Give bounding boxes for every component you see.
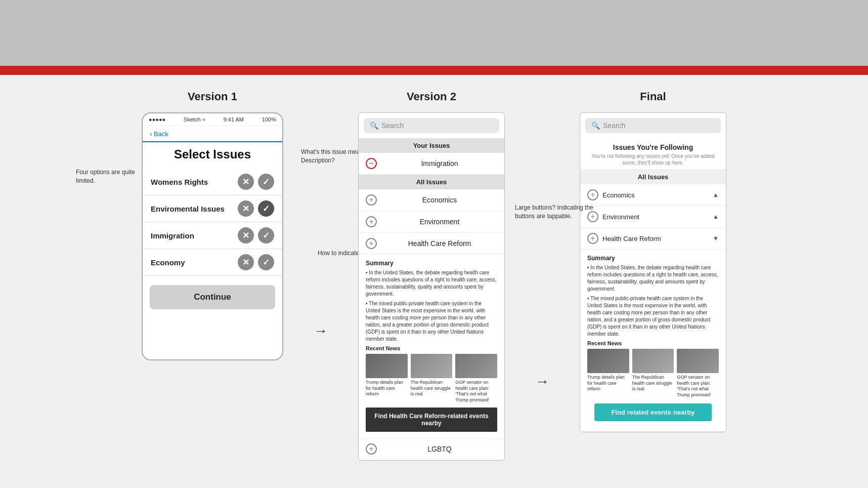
v2-summary-text2: • The mixed public-private health care s… — [366, 300, 497, 343]
cross-button-immigration[interactable]: ✕ — [238, 227, 254, 243]
phone-time: 9:41 AM — [224, 116, 244, 123]
annotation-right-bottom: How to indicate — [318, 249, 359, 258]
issue-row-environmental: Enviromental Issues ✕ ✓ — [143, 195, 282, 222]
final-label: Final — [640, 90, 666, 103]
v2-app-screen: 🔍 Search Your Issues − Immigration All I… — [358, 112, 505, 461]
v2-search-placeholder: Search — [381, 121, 404, 130]
final-summary-text1: • In the United States, the debate regar… — [587, 264, 719, 293]
final-economics-label: Economics — [602, 191, 709, 199]
lgbtq-label: LGBTQ — [382, 445, 497, 453]
v2-summary-title: Summary — [366, 260, 497, 267]
final-section: Final 🔍 Search Issues You're Following Y… — [580, 90, 726, 432]
arrow-v1-v2: → — [314, 323, 328, 339]
v2-news-thumb-1 — [366, 354, 408, 378]
v2-your-issues-header: Your Issues — [359, 138, 504, 153]
cross-button-economy[interactable]: ✕ — [238, 254, 254, 270]
check-button-economy[interactable]: ✓ — [258, 254, 274, 270]
plus-icon-lgbtq[interactable]: + — [366, 443, 377, 455]
final-economics-item[interactable]: + Economics ▲ — [580, 184, 726, 206]
final-your-issues-title: Issues You're Following — [587, 143, 719, 151]
version2-section: Version 2 Large buttons? Indicating the … — [358, 90, 505, 461]
top-bar — [0, 0, 868, 66]
final-recent-news-title: Recent News — [587, 340, 719, 346]
v2-economics-item[interactable]: + Economics — [359, 189, 504, 211]
final-your-issues: Issues You're Following You're not follo… — [580, 138, 726, 170]
check-button-immigration[interactable]: ✓ — [258, 227, 274, 243]
v2-news-item-2[interactable]: The Republican health care struggle is r… — [411, 354, 453, 403]
final-your-issues-subtitle: You're not following any issues yet! Onc… — [587, 153, 719, 166]
v2-news-caption-3: GOP senator on health care plan: 'That's… — [455, 380, 497, 403]
v2-all-issues-header: All Issues — [359, 175, 504, 189]
cross-button-environmental[interactable]: ✕ — [238, 200, 254, 217]
final-healthcare-label: Health Care Reform — [602, 235, 709, 242]
final-news-caption-1: Trump details plan for health care refor… — [587, 375, 629, 392]
final-cta-button[interactable]: Find related events nearby — [594, 403, 712, 421]
v2-news-thumb-3 — [455, 354, 497, 378]
final-news-thumb-3 — [677, 349, 719, 373]
v2-summary-text1: • In the United States, the debate regar… — [366, 269, 497, 298]
final-news-item-2[interactable]: The Republican health care struggle is r… — [632, 349, 674, 398]
v2-news-thumb-2 — [411, 354, 453, 378]
immigration-label: Immigration — [382, 159, 497, 168]
v2-news-caption-2: The Republican health care struggle is r… — [411, 380, 453, 397]
final-expanded-content: Summary • In the United States, the deba… — [580, 250, 726, 432]
final-summary-title: Summary — [587, 255, 719, 262]
arrow-v2-final: → — [535, 374, 549, 390]
v2-recent-news-title: Recent News — [366, 345, 497, 351]
final-environment-item[interactable]: + Environment ▲ — [580, 206, 726, 228]
sketch-label: Sketch ≈ — [184, 116, 205, 123]
final-news-item-3[interactable]: GOP senator on health care plan: 'That's… — [677, 349, 719, 398]
final-all-issues-header: All Issues — [580, 170, 726, 184]
final-search-bar[interactable]: 🔍 Search — [585, 118, 721, 133]
final-news-thumb-2 — [632, 349, 674, 373]
version1-label: Version 1 — [188, 90, 237, 103]
check-button-womens-rights[interactable]: ✓ — [258, 174, 274, 190]
final-summary-text2: • The mixed public-private health care s… — [587, 295, 719, 338]
final-search-placeholder: Search — [603, 121, 625, 130]
final-triangle-economics: ▲ — [713, 191, 719, 198]
plus-icon-environment[interactable]: + — [366, 216, 377, 227]
plus-icon-economics[interactable]: + — [366, 194, 377, 206]
issue-row-womens-rights: Womens Rights ✕ ✓ — [143, 169, 282, 195]
v2-news-thumbnails: Trump details plan for health care refor… — [366, 354, 497, 403]
red-stripe — [0, 66, 868, 75]
minus-icon-immigration[interactable]: − — [366, 158, 377, 169]
final-news-item-1[interactable]: Trump details plan for health care refor… — [587, 349, 629, 398]
phone-title: Select Issues — [143, 142, 282, 169]
v2-environment-item[interactable]: + Environment — [359, 211, 504, 233]
issue-label-immigration: Immigration — [151, 231, 194, 240]
issue-row-immigration: Immigration ✕ ✓ — [143, 222, 282, 249]
issue-label-environmental: Enviromental Issues — [151, 205, 225, 213]
cross-button-womens-rights[interactable]: ✕ — [238, 174, 254, 190]
plus-icon-healthcare[interactable]: + — [366, 238, 377, 249]
v2-healthcare-item[interactable]: + Health Care Reform — [359, 233, 504, 255]
v2-news-item-3[interactable]: GOP senator on health care plan: 'That's… — [455, 354, 497, 403]
v2-news-caption-1: Trump details plan for health care refor… — [366, 380, 408, 397]
final-news-thumb-1 — [587, 349, 629, 373]
version2-label: Version 2 — [407, 90, 456, 103]
final-news-caption-2: The Republican health care struggle is r… — [632, 375, 674, 392]
final-news-thumbnails: Trump details plan for health care refor… — [587, 349, 719, 398]
v2-cta-button[interactable]: Find Health Care Reform-related events n… — [366, 408, 497, 432]
back-button[interactable]: ‹ Back — [150, 130, 168, 138]
final-healthcare-item[interactable]: + Health Care Reform ▼ — [580, 228, 726, 250]
annotation-large-buttons: Large buttons? Indicating the buttons ar… — [515, 204, 601, 221]
issue-row-economy: Economy ✕ ✓ — [143, 249, 282, 276]
phone-status-bar: ●●●●● Sketch ≈ 9:41 AM 100% — [143, 113, 282, 126]
final-triangle-environment: ▲ — [713, 213, 719, 220]
v2-news-item-1[interactable]: Trump details plan for health care refor… — [366, 354, 408, 403]
annotation-left: Four options are quite limited. — [76, 168, 137, 185]
v2-lgbtq-item[interactable]: + LGBTQ — [359, 438, 504, 460]
check-button-environmental[interactable]: ✓ — [258, 200, 274, 217]
v2-search-bar[interactable]: 🔍 Search — [364, 118, 499, 133]
final-plus-healthcare[interactable]: + — [587, 233, 598, 244]
final-plus-economics[interactable]: + — [587, 189, 598, 200]
phone-signal: ●●●●● — [149, 116, 165, 123]
final-triangle-healthcare: ▼ — [713, 235, 719, 242]
healthcare-label: Health Care Reform — [382, 239, 497, 248]
v2-immigration-item[interactable]: − Immigration — [359, 153, 504, 175]
continue-button[interactable]: Continue — [150, 285, 275, 309]
final-app-screen: 🔍 Search Issues You're Following You're … — [580, 112, 726, 432]
phone-battery: 100% — [262, 116, 276, 123]
search-icon: 🔍 — [370, 121, 378, 130]
